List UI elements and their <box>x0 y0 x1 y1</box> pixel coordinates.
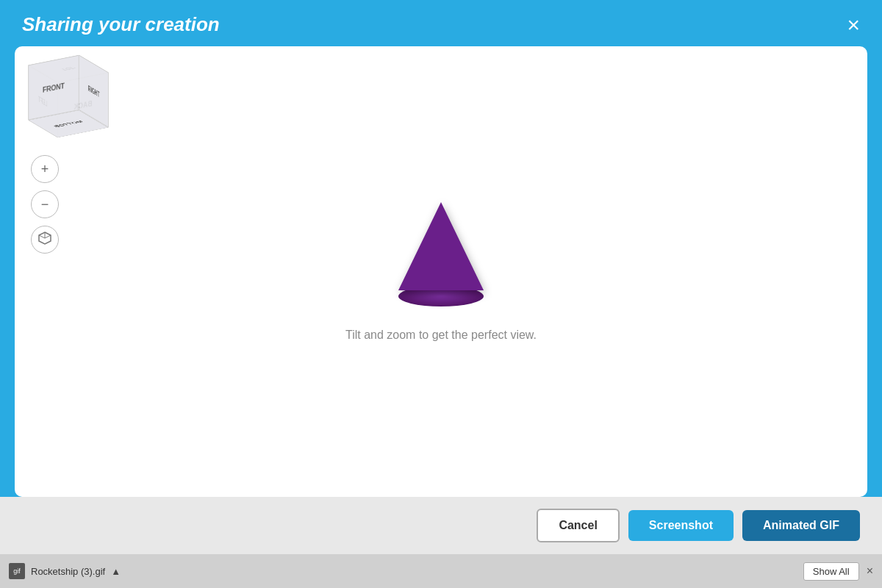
status-bar-right: Show All × <box>803 562 873 581</box>
modal-title: Sharing your creation <box>22 13 220 36</box>
modal-close-button[interactable]: × <box>847 14 860 36</box>
reset-view-icon <box>37 231 52 249</box>
viewport-hint-text: Tilt and zoom to get the perfect view. <box>345 329 537 342</box>
viewport-area: FRONT BACK LEFT RIGHT TOP BOTTOM <box>15 46 867 497</box>
reset-view-button[interactable] <box>31 226 59 254</box>
cube-3d: FRONT BACK LEFT RIGHT TOP BOTTOM <box>43 64 93 129</box>
modal-container: Sharing your creation × FRONT BACK LEFT … <box>0 0 882 554</box>
cone-body <box>398 202 484 290</box>
zoom-in-icon: + <box>41 162 49 177</box>
cube-face-front: FRONT <box>28 55 79 121</box>
cancel-button[interactable]: Cancel <box>537 509 619 542</box>
svg-line-3 <box>39 235 45 238</box>
file-chevron-icon[interactable]: ▲ <box>111 566 121 577</box>
action-bar: Cancel Screenshot Animated GIF <box>0 497 882 554</box>
viewport-controls: + − <box>31 155 59 254</box>
status-bar: gif Rocketship (3).gif ▲ Show All × <box>0 554 882 588</box>
zoom-in-button[interactable]: + <box>31 155 59 183</box>
status-file-info: gif Rocketship (3).gif ▲ <box>9 563 121 579</box>
modal-header: Sharing your creation × <box>0 0 882 46</box>
show-all-button[interactable]: Show All <box>803 562 859 581</box>
file-name-label: Rocketship (3).gif <box>31 566 105 577</box>
animated-gif-button[interactable]: Animated GIF <box>742 510 860 541</box>
file-type-icon: gif <box>9 563 25 579</box>
svg-line-2 <box>45 235 51 238</box>
cube-navigator[interactable]: FRONT BACK LEFT RIGHT TOP BOTTOM <box>28 60 109 148</box>
zoom-out-icon: − <box>41 197 49 212</box>
3d-model-cone <box>398 202 484 306</box>
zoom-out-button[interactable]: − <box>31 190 59 218</box>
status-close-button[interactable]: × <box>867 564 873 578</box>
screenshot-button[interactable]: Screenshot <box>628 510 734 541</box>
